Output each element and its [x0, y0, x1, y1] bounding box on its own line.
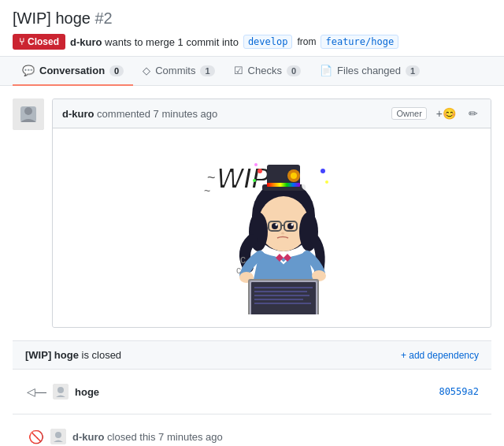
branch-icon: ◁— — [27, 385, 46, 398]
svg-text:c: c — [240, 253, 246, 266]
comment-author[interactable]: d-kuro — [62, 108, 94, 120]
divider — [13, 414, 491, 414]
tab-commits-count: 1 — [200, 65, 214, 76]
tabs-bar: 💬 Conversation 0 ◇ Commits 1 ☑ Checks 0 … — [0, 57, 504, 86]
branch-timeline-content: hoge 80559a2 — [75, 386, 479, 398]
tab-conversation-count: 0 — [109, 65, 124, 76]
branch-name[interactable]: hoge — [75, 386, 99, 398]
edit-comment-button[interactable]: ✏ — [465, 106, 481, 121]
svg-text:~: ~ — [204, 184, 210, 197]
status-badge: ⑂ Closed — [13, 34, 65, 50]
page-header: [WIP] hoge #2 ⑂ Closed d-kuro wants to m… — [0, 0, 504, 57]
status-text: Closed — [28, 36, 59, 47]
svg-point-21 — [276, 224, 278, 226]
closed-event-text: d-kuro closed this 7 minutes ago — [72, 431, 223, 443]
svg-point-22 — [291, 224, 294, 226]
checks-icon: ☑ — [234, 65, 243, 76]
tab-conversation[interactable]: 💬 Conversation 0 — [13, 57, 133, 86]
svg-point-39 — [321, 169, 325, 173]
tab-commits-label: Commits — [155, 65, 195, 76]
tab-checks[interactable]: ☑ Checks 0 — [224, 57, 310, 86]
add-dependency-button[interactable]: + add dependency — [401, 350, 479, 361]
pr-author-link[interactable]: d-kuro — [70, 36, 102, 48]
base-branch-tag[interactable]: develop — [243, 35, 293, 49]
commits-icon: ◇ — [143, 65, 150, 76]
main-content: d-kuro commented 7 minutes ago Owner +😊 … — [0, 86, 504, 446]
pr-merge-text: wants to merge 1 commit into — [105, 36, 239, 48]
branch-arrow: ◁— — [27, 385, 46, 398]
tab-conversation-label: Conversation — [39, 65, 105, 76]
comment-author-time: d-kuro commented 7 minutes ago — [62, 108, 217, 120]
pr-title-text: [WIP] hoge — [13, 9, 91, 27]
closed-pr-title: [WIP] hoge — [25, 349, 79, 361]
svg-point-40 — [325, 180, 328, 184]
tab-checks-count: 0 — [287, 65, 301, 76]
svg-rect-10 — [267, 183, 300, 187]
svg-rect-30 — [251, 282, 316, 314]
comment-header-actions: Owner +😊 ✏ — [391, 106, 481, 121]
svg-point-38 — [253, 179, 256, 182]
tab-checks-label: Checks — [248, 65, 282, 76]
svg-point-12 — [291, 173, 297, 179]
no-entry-icon: 🚫 — [28, 429, 44, 444]
head-branch-tag[interactable]: feature/hoge — [321, 35, 398, 49]
tab-files-label: Files changed — [337, 65, 401, 76]
emoji-reaction-button[interactable]: +😊 — [433, 106, 459, 121]
svg-point-23 — [281, 232, 284, 235]
conversation-icon: 💬 — [22, 65, 35, 76]
wip-sticker: WIP ~ ~ — [193, 141, 350, 314]
closed-notice-suffix: is closed — [82, 349, 122, 361]
comment-box: d-kuro commented 7 minutes ago Owner +😊 … — [13, 98, 491, 328]
branch-avatar — [53, 384, 69, 400]
comment-header: d-kuro commented 7 minutes ago Owner +😊 … — [53, 99, 491, 128]
comment-time: commented 7 minutes ago — [97, 108, 217, 120]
tab-commits[interactable]: ◇ Commits 1 — [133, 57, 224, 86]
commit-sha[interactable]: 80559a2 — [439, 386, 479, 397]
merge-icon: ⑂ — [19, 36, 24, 47]
svg-point-41 — [254, 163, 258, 166]
svg-text:~: ~ — [207, 169, 216, 185]
timeline-branch-item: ◁— hoge 80559a2 — [13, 379, 491, 404]
closed-notice-text: [WIP] hoge is closed — [25, 349, 121, 361]
pr-title: [WIP] hoge #2 — [13, 9, 491, 28]
svg-point-47 — [55, 432, 61, 438]
owner-badge: Owner — [391, 107, 426, 120]
pr-number: #2 — [95, 9, 113, 27]
svg-point-15 — [306, 184, 315, 193]
timeline-closed-event: 🚫 d-kuro closed this 7 minutes ago — [13, 424, 491, 446]
svg-point-45 — [57, 387, 64, 393]
commenter-avatar — [13, 98, 44, 130]
closed-event-time: closed this 7 minutes ago — [107, 431, 223, 443]
tab-files-changed[interactable]: 📄 Files changed 1 — [310, 57, 429, 86]
closed-event-author[interactable]: d-kuro — [72, 431, 104, 443]
comment-content: d-kuro commented 7 minutes ago Owner +😊 … — [52, 98, 491, 328]
closed-event-avatar — [50, 429, 66, 444]
svg-point-2 — [24, 107, 32, 115]
closed-notice: [WIP] hoge is closed + add dependency — [13, 340, 491, 370]
pr-meta: ⑂ Closed d-kuro wants to merge 1 commit … — [13, 34, 491, 50]
comment-body: WIP ~ ~ — [53, 128, 491, 327]
pr-meta-author: d-kuro wants to merge 1 commit into — [70, 36, 239, 48]
svg-point-37 — [258, 169, 262, 173]
tab-files-count: 1 — [406, 65, 420, 76]
from-text: from — [297, 36, 316, 47]
svg-text:c: c — [236, 265, 241, 276]
files-icon: 📄 — [320, 65, 332, 76]
